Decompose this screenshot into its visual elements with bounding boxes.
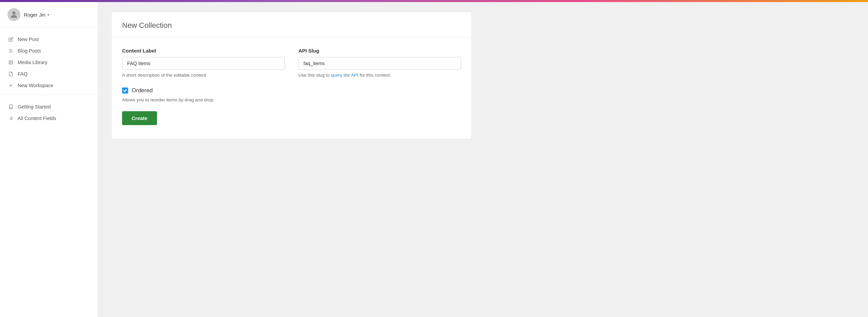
collection-header: New Collection bbox=[112, 12, 471, 38]
plus-icon bbox=[7, 83, 14, 88]
user-menu[interactable]: Roger Jin ▾ bbox=[0, 2, 98, 27]
sidebar-label-new-workspace: New Workspace bbox=[18, 83, 53, 88]
sidebar-label-faq: FAQ bbox=[18, 71, 27, 77]
api-slug-input[interactable] bbox=[298, 57, 461, 70]
create-button[interactable]: Create bbox=[122, 111, 157, 125]
ordered-label: Ordered bbox=[132, 87, 153, 94]
ordered-checkbox[interactable] bbox=[122, 87, 128, 94]
sidebar-item-all-content-fields[interactable]: All Content Fields bbox=[0, 113, 98, 124]
sidebar-item-new-workspace[interactable]: New Workspace bbox=[0, 80, 98, 91]
sidebar-label-blog-posts: Blog Posts bbox=[18, 48, 41, 54]
svg-point-0 bbox=[12, 12, 15, 15]
sidebar-label-new-post: New Post bbox=[18, 37, 39, 42]
list-icon bbox=[7, 116, 14, 121]
api-slug-hint: Use this slug to query the API for this … bbox=[298, 73, 461, 78]
user-name: Roger Jin bbox=[24, 12, 45, 18]
api-slug-hint-prefix: Use this slug to bbox=[298, 73, 331, 78]
sidebar-item-new-post[interactable]: New Post bbox=[0, 34, 98, 45]
svg-point-1 bbox=[9, 52, 9, 53]
image-icon bbox=[7, 60, 14, 65]
book-icon bbox=[7, 104, 14, 109]
pencil-icon bbox=[7, 37, 14, 42]
main-content: New Collection Content Label A short des… bbox=[98, 2, 868, 317]
sidebar: Roger Jin ▾ New Post bbox=[0, 2, 98, 317]
main-nav: New Post Blog Posts bbox=[0, 27, 98, 95]
svg-point-3 bbox=[10, 61, 11, 62]
chevron-down-icon: ▾ bbox=[47, 13, 49, 17]
avatar bbox=[7, 8, 20, 21]
page-title: New Collection bbox=[122, 21, 461, 30]
ordered-row: Ordered bbox=[122, 87, 461, 94]
collection-body: Content Label A short description of the… bbox=[112, 38, 471, 139]
api-slug-group: API Slug Use this slug to query the API … bbox=[298, 48, 461, 78]
sidebar-item-getting-started[interactable]: Getting Started bbox=[0, 101, 98, 113]
api-slug-hint-suffix: for this content. bbox=[358, 73, 391, 78]
form-top-row: Content Label A short description of the… bbox=[122, 48, 461, 78]
sidebar-label-getting-started: Getting Started bbox=[18, 104, 51, 110]
api-slug-heading: API Slug bbox=[298, 48, 461, 54]
ordered-hint: Allows you to reorder items by drag and … bbox=[122, 97, 461, 102]
secondary-nav: Getting Started All Content Fields bbox=[0, 95, 98, 127]
sidebar-label-media-library: Media Library bbox=[18, 60, 47, 65]
rss-icon bbox=[7, 48, 14, 53]
collection-card: New Collection Content Label A short des… bbox=[112, 12, 471, 139]
content-label-heading: Content Label bbox=[122, 48, 285, 54]
query-api-link[interactable]: query the API bbox=[331, 73, 358, 78]
sidebar-item-blog-posts[interactable]: Blog Posts bbox=[0, 45, 98, 57]
content-label-input[interactable] bbox=[122, 57, 285, 70]
sidebar-item-faq[interactable]: FAQ bbox=[0, 68, 98, 80]
content-label-hint: A short description of the editable cont… bbox=[122, 73, 285, 78]
sidebar-item-media-library[interactable]: Media Library bbox=[0, 57, 98, 68]
content-label-group: Content Label A short description of the… bbox=[122, 48, 285, 78]
file-icon bbox=[7, 72, 14, 76]
sidebar-label-all-content-fields: All Content Fields bbox=[18, 116, 56, 121]
